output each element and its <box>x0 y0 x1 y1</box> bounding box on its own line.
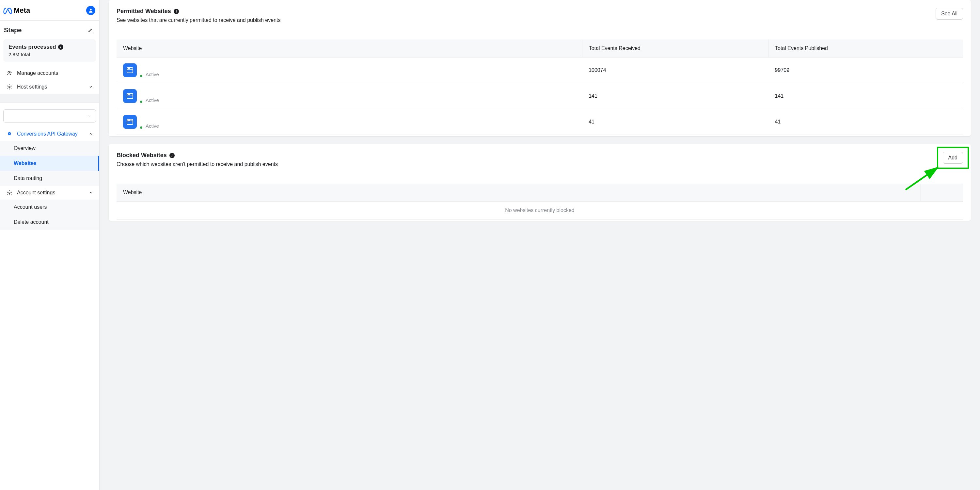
avatar-button[interactable] <box>86 6 95 15</box>
svg-point-3 <box>9 86 10 88</box>
nav-label: Conversions API Gateway <box>17 131 78 137</box>
nav-label: Manage accounts <box>17 70 58 76</box>
col-spacer <box>921 184 963 201</box>
nav-section-capi: Conversions API Gateway Overview Website… <box>0 127 99 230</box>
chevron-down-icon <box>89 85 93 89</box>
svg-point-2 <box>10 72 11 73</box>
svg-point-13 <box>128 94 128 94</box>
sidebar-divider <box>0 94 99 103</box>
nav-label: Account settings <box>17 190 55 196</box>
accounts-icon <box>6 70 13 76</box>
sidebar: Meta Stape Events processed i 2.8M total <box>0 0 100 490</box>
cell-received: 100074 <box>582 57 768 83</box>
col-received: Total Events Received <box>582 40 768 57</box>
svg-point-9 <box>129 68 129 69</box>
table-row[interactable]: Active 141 141 <box>116 83 963 109</box>
add-blocked-button[interactable]: Add <box>943 152 963 164</box>
website-icon <box>123 115 137 129</box>
table-row[interactable]: Active 41 41 <box>116 109 963 135</box>
svg-point-14 <box>129 94 129 94</box>
status-dot <box>140 126 142 129</box>
website-icon <box>123 89 137 103</box>
nav-account-settings[interactable]: Account settings <box>0 186 99 200</box>
nav-websites[interactable]: Websites <box>0 156 99 171</box>
nav-delete-account[interactable]: Delete account <box>0 215 99 230</box>
table-row[interactable]: Active 100074 99709 <box>116 57 963 83</box>
rocket-icon <box>6 131 13 137</box>
nav-account-users[interactable]: Account users <box>0 200 99 215</box>
nav-label: Host settings <box>17 84 47 90</box>
website-icon <box>123 63 137 77</box>
brand-text: Meta <box>14 6 30 15</box>
svg-point-0 <box>90 9 91 10</box>
info-icon[interactable]: i <box>174 9 179 14</box>
svg-point-19 <box>129 120 129 120</box>
status-text: Active <box>146 123 159 129</box>
account-name: Stape <box>4 26 22 34</box>
pencil-icon <box>88 28 93 32</box>
svg-point-20 <box>130 120 130 120</box>
permitted-websites-card: Permitted Websites i See websites that a… <box>109 0 971 136</box>
status-text: Active <box>146 72 159 77</box>
svg-point-4 <box>9 133 10 134</box>
status-text: Active <box>146 97 159 103</box>
blocked-title: Blocked Websites <box>116 152 167 159</box>
edit-account-button[interactable] <box>88 28 93 33</box>
nav-data-routing[interactable]: Data routing <box>0 171 99 186</box>
events-processed-card: Events processed i 2.8M total <box>3 39 96 62</box>
nav-manage-accounts[interactable]: Manage accounts <box>0 66 99 80</box>
nav-capi-gateway[interactable]: Conversions API Gateway <box>0 127 99 141</box>
see-all-button[interactable]: See All <box>935 8 963 19</box>
empty-text: No websites currently blocked <box>116 201 963 220</box>
events-processed-subtitle: 2.8M total <box>8 52 91 57</box>
svg-point-10 <box>130 68 130 69</box>
empty-row: No websites currently blocked <box>116 201 963 220</box>
col-published: Total Events Published <box>768 40 963 57</box>
cell-published: 141 <box>768 83 963 109</box>
cell-received: 41 <box>582 109 768 135</box>
nav-host-settings[interactable]: Host settings <box>0 80 99 94</box>
selector-dropdown[interactable] <box>3 109 96 123</box>
gear-icon <box>6 84 13 90</box>
svg-point-5 <box>9 192 10 194</box>
nav-overview[interactable]: Overview <box>0 141 99 156</box>
chevron-down-icon <box>87 114 91 118</box>
svg-point-1 <box>8 71 10 73</box>
permitted-description: See websites that are currently permitte… <box>116 17 281 23</box>
blocked-table: Website No websites currently blocked <box>116 184 963 220</box>
cell-published: 41 <box>768 109 963 135</box>
sidebar-header: Meta <box>0 0 99 21</box>
col-website: Website <box>116 184 921 201</box>
cell-published: 99709 <box>768 57 963 83</box>
info-icon[interactable]: i <box>58 45 63 49</box>
gear-icon <box>6 190 13 196</box>
svg-point-15 <box>130 94 130 94</box>
person-icon <box>88 8 93 13</box>
svg-point-8 <box>128 68 128 69</box>
events-processed-title: Events processed <box>8 44 56 50</box>
status-dot <box>140 101 142 103</box>
info-icon[interactable]: i <box>169 153 175 158</box>
col-website: Website <box>116 40 582 57</box>
meta-icon <box>3 6 13 15</box>
cell-received: 141 <box>582 83 768 109</box>
blocked-websites-card: Blocked Websites i Choose which websites… <box>109 144 971 221</box>
status-dot <box>140 75 142 77</box>
chevron-up-icon <box>89 132 93 136</box>
meta-logo[interactable]: Meta <box>3 6 30 15</box>
permitted-title: Permitted Websites <box>116 8 171 15</box>
svg-point-18 <box>128 120 128 120</box>
account-row: Stape <box>0 21 99 38</box>
main-content: Permitted Websites i See websites that a… <box>100 0 980 490</box>
chevron-up-icon <box>89 191 93 195</box>
blocked-description: Choose which websites aren't permitted t… <box>116 161 278 167</box>
permitted-table: Website Total Events Received Total Even… <box>116 40 963 135</box>
